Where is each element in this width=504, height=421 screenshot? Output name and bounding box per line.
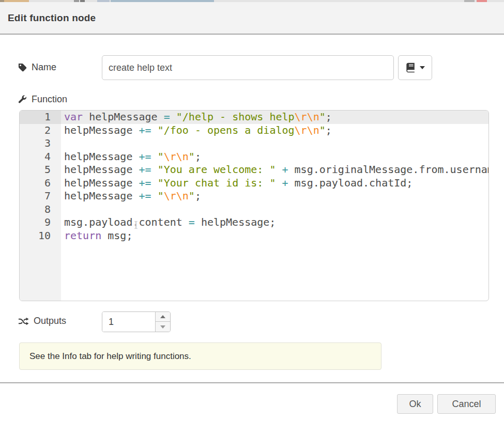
outputs-label: Outputs [18,316,66,326]
shuffle-icon [18,317,29,325]
gutter-line-number: 8 [20,203,61,216]
gutter-line-number: 7 [20,190,61,203]
tag-icon [18,63,27,72]
function-label: Function [18,94,67,105]
text-ibeam-cursor: I [134,220,138,231]
gutter-line-number: 4 [20,150,61,164]
gutter-line-number: 1 [20,111,61,124]
code-editor[interactable]: 12345678910 var helpMessage = "/help - s… [19,110,489,301]
name-label: Name [18,62,56,73]
caret-down-icon [160,325,165,329]
code-line[interactable]: helpMessage += "/foo - opens a dialog\r\… [61,124,489,137]
code-line[interactable] [61,137,489,150]
caret-up-icon [160,315,165,318]
code-line[interactable] [61,203,489,216]
ok-button[interactable]: Ok [397,394,433,414]
wrench-icon [18,95,27,104]
function-label-text: Function [32,94,67,105]
spinner-up-button[interactable] [156,312,170,322]
code-line[interactable]: helpMessage += "You are welcome: " + msg… [61,163,489,177]
name-input[interactable] [102,55,394,80]
gutter-line-number: 10 [20,229,61,243]
dialog-header: Edit function node [0,2,504,35]
editor-code[interactable]: var helpMessage = "/help - shows help\r\… [61,111,489,301]
dialog-title: Edit function node [8,12,96,24]
code-line[interactable]: helpMessage += "Your chat id is: " + msg… [61,177,489,190]
caret-down-icon [420,66,425,69]
code-line[interactable]: helpMessage += "\r\n"; [61,190,489,203]
gutter-line-number: 5 [20,163,61,177]
outputs-spinner [102,311,171,332]
gutter-line-number: 2 [20,124,61,137]
gutter-line-number: 9 [20,216,61,229]
code-line[interactable]: helpMessage += "\r\n"; [61,150,489,164]
spinner-down-button[interactable] [156,322,170,332]
code-line[interactable]: var helpMessage = "/help - shows help\r\… [61,111,489,124]
cancel-button[interactable]: Cancel [437,394,496,414]
editor-gutter: 12345678910 [20,111,61,301]
info-tip-text: See the Info tab for help writing functi… [29,351,191,362]
code-line[interactable]: return msg; [61,229,489,243]
gutter-line-number: 3 [20,137,61,150]
book-icon [406,63,416,73]
outputs-input[interactable] [102,312,154,332]
outputs-label-text: Outputs [34,316,66,326]
info-tip: See the Info tab for help writing functi… [19,342,381,370]
gutter-line-number: 6 [20,177,61,190]
library-button[interactable] [398,55,432,80]
spinner-buttons [155,312,170,332]
code-line[interactable]: msg.payload.content = helpMessage; [61,216,489,229]
name-label-text: Name [32,62,56,73]
footer-divider [0,382,504,383]
